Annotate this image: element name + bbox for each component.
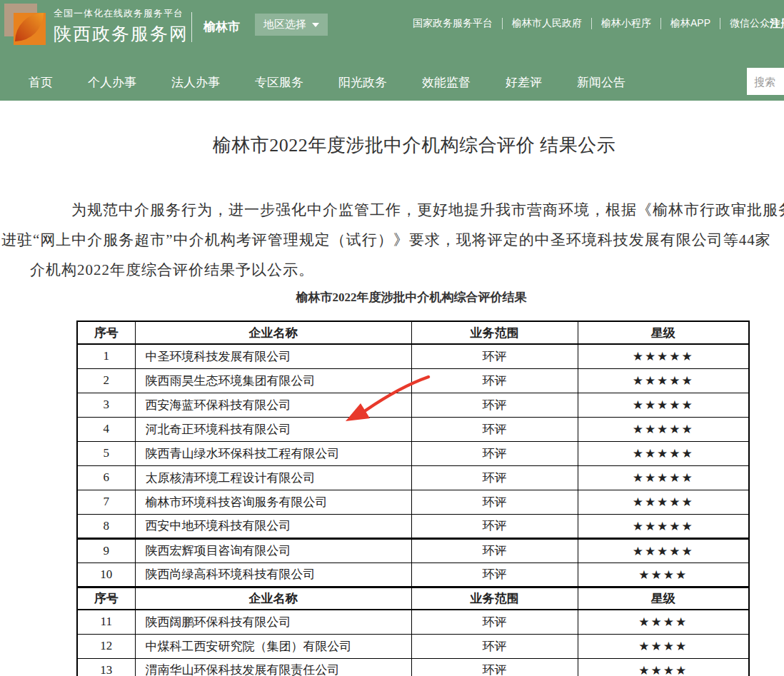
paragraph-line: 介机构2022年度综合评价结果予以公示。 [30,255,784,285]
cell-star-rating: ★★★★★ [578,441,749,465]
cell-company-name: 西安中地环境科技有限公司 [135,514,411,538]
cell-star-rating: ★★★★★ [578,465,749,490]
table-row: 7榆林市环境科技咨询服务有限公司环评★★★★★ [77,490,749,514]
column-header: 业务范围 [411,321,578,344]
cell-index: 13 [77,658,135,676]
cell-business-scope: 环评 [411,658,578,676]
cell-index: 9 [77,538,135,563]
cell-company-name: 中煤科工西安研究院（集团）有限公司 [135,634,411,658]
region-select-button[interactable]: 地区选择 [255,14,328,36]
cell-company-name: 陕西宏辉项目咨询有限公司 [135,538,411,563]
caret-down-icon [312,23,319,27]
paragraph-line: 进驻“网上中介服务超市”中介机构考评管理规定（试行）》要求，现将评定的中圣环境科… [1,225,784,255]
cell-business-scope: 环评 [411,610,578,634]
cell-index: 10 [77,563,135,587]
cell-star-rating: ★★★★★ [578,344,749,368]
cell-business-scope: 环评 [411,465,578,490]
column-header: 企业名称 [135,587,411,610]
site-name: 陕西政务服务网 [54,22,189,46]
nav-item[interactable]: 个人办事 [88,74,136,91]
cell-index: 4 [77,417,135,441]
table-row: 12中煤科工西安研究院（集团）有限公司环评★★★★ [77,634,749,658]
nav-item[interactable]: 效能监督 [422,74,471,91]
table-caption: 榆林市2022年度涉批中介机构综合评价结果 [0,289,784,306]
cell-company-name: 陕西阔鹏环保科技有限公司 [135,610,411,634]
table-row: 2陕西雨昊生态环境集团有限公司环评★★★★★ [77,368,749,393]
cell-star-rating: ★★★★★ [578,393,749,417]
column-header: 业务范围 [411,587,578,610]
cell-star-rating: ★★★★★ [578,538,749,563]
table-row: 1中圣环境科技发展有限公司环评★★★★★ [77,344,749,368]
column-header: 星级 [578,321,749,344]
column-header: 星级 [578,587,749,610]
nav-item[interactable]: 首页 [29,74,53,91]
top-link-separator [720,18,720,29]
cell-star-rating: ★★★★★ [578,514,749,538]
cell-index: 5 [77,441,135,465]
cell-business-scope: 环评 [411,368,578,393]
page-title: 榆林市2022年度涉批中介机构综合评价 结果公示 [0,133,784,158]
table-header-row: 序号企业名称业务范围星级 [77,321,749,344]
cell-company-name: 榆林市环境科技咨询服务有限公司 [135,490,411,514]
cell-index: 12 [77,634,135,658]
main-nav: 首页个人办事法人办事专区服务阳光政务效能监督好差评新闻公告 [0,64,784,101]
cell-star-rating: ★★★★ [578,658,749,676]
column-header: 企业名称 [135,321,411,344]
cell-star-rating: ★★★★★ [578,490,749,514]
cell-company-name: 河北奇正环境科技有限公司 [135,417,411,441]
cell-index: 6 [77,465,135,490]
article-content: 榆林市2022年度涉批中介机构综合评价 结果公示 为规范中介服务行为，进一步强化… [0,133,784,676]
cell-company-name: 西安海蓝环保科技有限公司 [135,393,411,417]
cell-business-scope: 环评 [411,393,578,417]
cell-company-name: 陕西尚绿高科环境科技有限公司 [135,563,411,587]
cell-business-scope: 环评 [411,344,578,368]
cell-index: 11 [77,610,135,634]
cell-star-rating: ★★★★ [578,563,749,587]
top-link-separator [591,18,592,29]
column-header: 序号 [77,321,135,344]
top-link[interactable]: 榆林市人民政府 [512,17,582,30]
cell-business-scope: 环评 [411,441,578,465]
table-row: 3西安海蓝环保科技有限公司环评★★★★★ [77,393,749,417]
top-link-separator [502,18,503,29]
register-link[interactable]: 注册 [770,17,784,31]
paragraph-line: 为规范中介服务行为，进一步强化中介监管工作，更好地提升我市营商环境，根据《榆林市… [71,195,784,225]
table-row: 5陕西青山绿水环保科技工程有限公司环评★★★★★ [77,441,749,465]
table-row: 6太原核清环境工程设计有限公司环评★★★★★ [77,465,749,490]
top-link-separator [660,18,661,29]
cell-company-name: 渭南华山环保科技发展有限责任公司 [135,658,411,676]
nav-item[interactable]: 新闻公告 [577,74,625,91]
search-box [747,68,784,95]
table-row: 10陕西尚绿高科环境科技有限公司环评★★★★ [77,563,749,587]
cell-index: 7 [77,490,135,514]
top-link[interactable]: 国家政务服务平台 [413,17,493,30]
cell-company-name: 中圣环境科技发展有限公司 [135,344,411,368]
brand-divider [191,12,192,42]
site-header: 全国一体化在线政务服务平台 陕西政务服务网 榆林市 地区选择 国家政务服务平台榆… [0,0,784,101]
cell-business-scope: 环评 [411,634,578,658]
cell-star-rating: ★★★★★ [578,417,749,441]
site-logo [4,4,46,45]
platform-label: 全国一体化在线政务服务平台 [54,7,189,20]
cell-business-scope: 环评 [411,538,578,563]
table-row: 8西安中地环境科技有限公司环评★★★★★ [77,514,749,538]
nav-item[interactable]: 法人办事 [171,74,220,91]
cell-company-name: 陕西雨昊生态环境集团有限公司 [135,368,411,393]
cell-business-scope: 环评 [411,490,578,514]
top-link[interactable]: 榆林小程序 [601,17,651,30]
nav-item[interactable]: 专区服务 [255,74,303,91]
search-input[interactable] [747,68,784,95]
cell-index: 2 [77,368,135,393]
nav-item[interactable]: 阳光政务 [338,74,387,91]
cell-star-rating: ★★★★ [578,610,749,634]
cell-business-scope: 环评 [411,417,578,441]
cell-index: 1 [77,344,135,368]
current-city-label: 榆林市 [203,19,240,35]
cell-business-scope: 环评 [411,563,578,587]
top-link[interactable]: 榆林APP [670,17,710,30]
table-header-row: 序号企业名称业务范围星级 [77,587,749,610]
nav-item[interactable]: 好差评 [506,74,542,91]
top-links: 国家政务服务平台榆林市人民政府榆林小程序榆林APP微信公众号 [413,17,780,30]
table-row: 13渭南华山环保科技发展有限责任公司环评★★★★ [77,658,749,676]
cell-company-name: 太原核清环境工程设计有限公司 [135,465,411,490]
